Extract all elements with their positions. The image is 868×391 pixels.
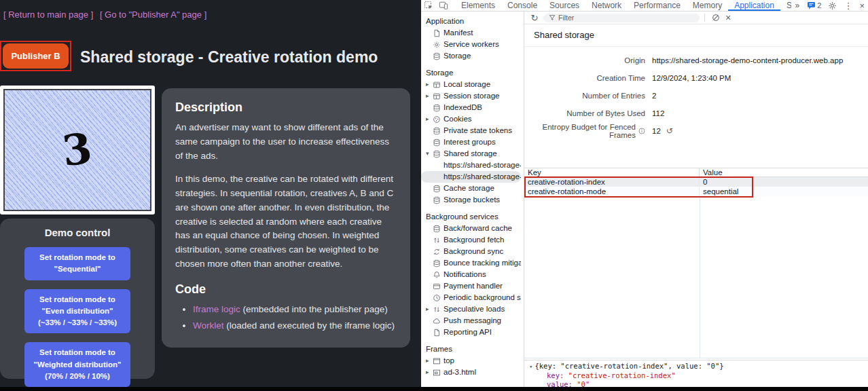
table-row[interactable]: creative-rotation-index0 xyxy=(524,177,868,187)
metadata-value-text: 2 xyxy=(652,92,656,100)
row-value-cell[interactable]: 0 xyxy=(700,177,868,187)
row-key-cell[interactable]: creative-rotation-mode xyxy=(524,187,700,196)
return-main-page-link[interactable]: [ Return to main page ] xyxy=(3,10,93,20)
issues-message-icon[interactable]: 2 xyxy=(803,1,825,10)
sidebar-item-periodic-background-s[interactable]: Periodic background s... xyxy=(421,292,521,303)
sidebar-item-top[interactable]: ▸top xyxy=(421,355,521,367)
sidebar-item-bounce-tracking-mitiga[interactable]: Bounce tracking mitiga... xyxy=(421,257,521,269)
filter-input[interactable]: Filter xyxy=(543,14,700,22)
sidebar-item-manifest[interactable]: Manifest xyxy=(421,27,521,39)
sidebar-section-background-services: Background services xyxy=(421,211,524,223)
database-icon xyxy=(433,185,444,193)
chevron-right-icon[interactable]: ▸ xyxy=(426,355,433,367)
tab-application[interactable]: Application xyxy=(728,0,780,11)
close-devtools-icon[interactable]: × xyxy=(856,1,868,11)
sidebar-item-private-state-tokens[interactable]: Private state tokens xyxy=(421,125,521,136)
refresh-icon[interactable]: ↻ xyxy=(528,13,541,23)
tab-console[interactable]: Console xyxy=(501,0,543,11)
sidebar-item-background-sync[interactable]: Background sync xyxy=(421,246,521,257)
kebab-menu-icon[interactable]: ⋮ xyxy=(840,1,856,11)
sidebar-item-push-messaging[interactable]: Push messaging xyxy=(421,315,521,327)
payment-card-icon xyxy=(433,282,444,291)
frame-icon xyxy=(433,357,444,365)
chevron-right-icon[interactable]: ▸ xyxy=(426,367,433,378)
sidebar-item-storage[interactable]: Storage xyxy=(421,50,521,62)
table-icon xyxy=(433,81,444,89)
sidebar-item-speculative-loads[interactable]: ▸Speculative loads xyxy=(421,303,521,315)
tab-security[interactable]: Security xyxy=(780,0,791,11)
metadata-value: 12/9/2024, 1:23:40 PM xyxy=(652,74,731,82)
tab-network[interactable]: Network xyxy=(585,0,628,11)
sidebar-item-session-storage[interactable]: ▸Session storage xyxy=(421,90,521,102)
sidebar-section-frames: Frames xyxy=(421,343,524,355)
chevron-right-icon[interactable]: ▸ xyxy=(426,303,433,315)
sidebar-item-https-shared-storage-d[interactable]: https://shared-storage-d... xyxy=(421,160,521,171)
metadata-value: 12↺ xyxy=(652,126,673,136)
metadata-value-text: 112 xyxy=(652,109,664,117)
tab-elements[interactable]: Elements xyxy=(455,0,501,11)
info-icon[interactable] xyxy=(638,128,645,134)
document-icon xyxy=(433,329,444,337)
sidebar-item-label: https://shared-storage-d... xyxy=(444,171,521,183)
sidebar-item-payment-handler[interactable]: Payment handler xyxy=(421,280,521,292)
devtools-tabbar-right: 2 ⋮ × xyxy=(803,1,868,11)
sidebar-item-local-storage[interactable]: ▸Local storage xyxy=(421,79,521,90)
reset-budget-icon[interactable]: ↺ xyxy=(666,126,673,136)
chevron-right-icon[interactable]: ▸ xyxy=(426,113,433,125)
devtools-tabs: ElementsConsoleSourcesNetworkPerformance… xyxy=(455,0,791,11)
code-link[interactable]: Iframe logic xyxy=(193,304,240,314)
preview-summary-row[interactable]: ▾{key: "creative-rotation-index", value:… xyxy=(529,362,868,371)
device-toolbar-icon[interactable] xyxy=(436,0,451,11)
preview-property-row: key: "creative-rotation-index" xyxy=(529,371,868,380)
property-value: "0" xyxy=(577,380,590,387)
sidebar-item-cache-storage[interactable]: Cache storage xyxy=(421,183,521,194)
sidebar-item-label: Manifest xyxy=(444,27,473,39)
database-icon xyxy=(433,138,444,147)
sidebar-item-back-forward-cache[interactable]: Back/forward cache xyxy=(421,223,521,234)
expand-triangle-icon[interactable]: ▾ xyxy=(529,363,532,370)
metadata-label: Number of Bytes Used xyxy=(524,109,645,117)
delete-selected-icon[interactable]: × xyxy=(722,12,734,23)
sidebar-item-label: Background sync xyxy=(444,246,503,257)
tab-sources[interactable]: Sources xyxy=(543,0,585,11)
row-value-cell[interactable]: sequential xyxy=(700,187,868,196)
table-rows: creative-rotation-index0creative-rotatio… xyxy=(524,177,868,196)
demo-control-panel: Demo control Set rotation mode to "Seque… xyxy=(0,219,155,379)
sidebar-item-label: Local storage xyxy=(444,79,490,90)
sidebar-item-https-shared-storage-d[interactable]: https://shared-storage-d... xyxy=(421,171,521,183)
sidebar-item-indexeddb[interactable]: IndexedDB xyxy=(421,102,521,113)
sidebar-item-ad-3-html[interactable]: ▸ad-3.html xyxy=(421,367,521,378)
tab-memory[interactable]: Memory xyxy=(687,0,728,11)
sidebar-item-reporting-api[interactable]: Reporting API xyxy=(421,327,521,338)
block-icon[interactable] xyxy=(710,14,722,22)
sidebar-item-service-workers[interactable]: Service workers xyxy=(421,39,521,50)
chevron-right-icon[interactable]: ▸ xyxy=(426,90,433,102)
sidebar-item-interest-groups[interactable]: Interest groups xyxy=(421,136,521,148)
code-link[interactable]: Worklet xyxy=(193,320,224,331)
settings-gear-icon[interactable] xyxy=(825,1,840,10)
sidebar-item-storage-buckets[interactable]: Storage buckets xyxy=(421,194,521,206)
value-column-header[interactable]: Value xyxy=(700,168,868,176)
rotation-mode-button-1[interactable]: Set rotation mode to "Sequential" xyxy=(24,247,130,280)
chevron-right-icon[interactable]: ▸ xyxy=(426,79,433,90)
rotation-mode-button-3[interactable]: Set rotation mode to "Weighted distribut… xyxy=(24,342,130,387)
row-key-cell[interactable]: creative-rotation-index xyxy=(524,177,700,187)
panel-title: Shared storage xyxy=(534,30,594,40)
sidebar-item-background-fetch[interactable]: Background fetch xyxy=(421,234,521,246)
more-tabs-chevron[interactable]: » xyxy=(791,1,804,10)
key-column-header[interactable]: Key xyxy=(524,168,700,176)
inspect-element-icon[interactable] xyxy=(421,0,436,11)
publisher-a-page-link[interactable]: [ Go to "Publisher A" page ] xyxy=(100,10,206,20)
sidebar-item-notifications[interactable]: Notifications xyxy=(421,269,521,280)
database-icon xyxy=(433,52,444,60)
sidebar-item-label: Bounce tracking mitiga... xyxy=(444,257,521,269)
publisher-b-button[interactable]: Publisher B xyxy=(3,43,69,69)
issues-count: 2 xyxy=(817,1,821,10)
table-row[interactable]: creative-rotation-modesequential xyxy=(524,187,868,196)
sidebar-item-shared-storage[interactable]: ▾Shared storage xyxy=(421,148,521,160)
chevron-down-icon[interactable]: ▾ xyxy=(426,148,433,160)
sidebar-item-cookies[interactable]: ▸Cookies xyxy=(421,113,521,125)
tab-performance[interactable]: Performance xyxy=(628,0,687,11)
rotation-mode-button-2[interactable]: Set rotation mode to "Even distribution"… xyxy=(24,289,130,334)
key-value-table: Key Value creative-rotation-index0creati… xyxy=(524,168,868,359)
